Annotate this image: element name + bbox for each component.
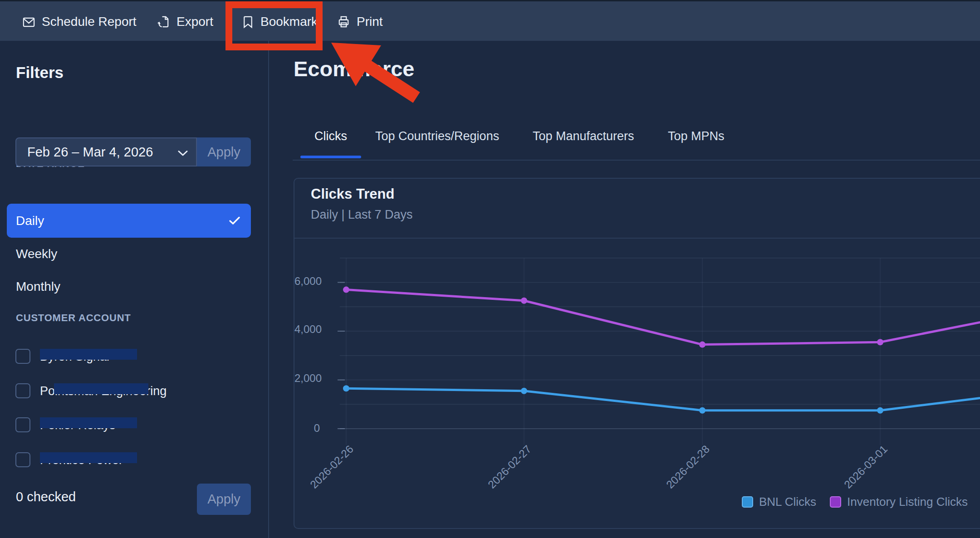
customer-account-name: Prentice Power — [40, 452, 123, 468]
customer-account-row[interactable]: Pekler Relays — [15, 417, 116, 433]
tab-top-mpns[interactable]: Top MPNs — [668, 129, 725, 143]
highlight-box — [225, 1, 323, 50]
redaction-bar — [40, 417, 137, 428]
granularity-option-label: Monthly — [16, 279, 60, 294]
chevron-down-icon — [178, 145, 188, 160]
legend-item-inventory-listing-clicks[interactable]: Inventory Listing Clicks — [830, 495, 968, 509]
legend-item-bnl-clicks[interactable]: BNL Clicks — [742, 495, 816, 509]
schedule-report-button[interactable]: Schedule Report — [22, 1, 137, 42]
chart-subtitle: Daily | Last 7 Days — [311, 208, 413, 222]
legend-swatch-blue — [742, 496, 753, 508]
chart-title: Clicks Trend — [311, 186, 394, 202]
legend-label: Inventory Listing Clicks — [847, 495, 968, 509]
y-axis-tick-label: 6,000 — [294, 275, 320, 288]
sidebar-title: Filters — [16, 64, 64, 82]
toolbar: Schedule Report Export Bookmark Print — [0, 0, 980, 41]
tab-divider — [293, 160, 980, 161]
date-range-value: Feb 26 – Mar 4, 2026 — [27, 145, 153, 160]
customer-account-row[interactable]: Byron Signal — [15, 349, 109, 364]
line-chart — [294, 238, 980, 451]
customer-account-apply-button[interactable]: Apply — [197, 484, 251, 515]
checkbox[interactable] — [15, 383, 30, 398]
checkbox[interactable] — [15, 349, 30, 364]
redaction-bar — [54, 383, 148, 394]
printer-icon — [337, 15, 351, 29]
legend-swatch-purple — [830, 496, 841, 508]
customer-account-row[interactable]: Pointsman Engineering — [15, 383, 167, 399]
granularity-option-weekly[interactable]: Weekly — [7, 238, 251, 270]
checked-count: 0 checked — [16, 489, 76, 504]
check-icon — [229, 214, 240, 228]
active-tab-indicator — [300, 156, 361, 158]
highlight-arrow-icon — [318, 36, 431, 104]
y-axis-tick-label: 2,000 — [294, 372, 320, 385]
print-label: Print — [357, 15, 383, 29]
filters-sidebar: Filters DATE RANGE Feb 26 – Mar 4, 2026 … — [0, 41, 269, 538]
tab-clicks[interactable]: Clicks — [314, 129, 347, 143]
export-icon — [157, 15, 171, 29]
clicks-trend-card: Clicks Trend Daily | Last 7 Days 6,000 4… — [294, 178, 980, 529]
customer-account-name: Pointsman Engineering — [40, 383, 167, 399]
customer-account-label: CUSTOMER ACCOUNT — [16, 312, 131, 324]
date-range-control: Feb 26 – Mar 4, 2026 Apply — [15, 137, 251, 166]
export-button[interactable]: Export — [157, 1, 213, 42]
redaction-bar — [40, 349, 137, 360]
envelope-icon — [22, 15, 36, 29]
tab-top-countries-regions[interactable]: Top Countries/Regions — [375, 129, 499, 143]
export-label: Export — [176, 15, 213, 29]
customer-account-name: Pekler Relays — [40, 417, 116, 433]
granularity-option-monthly[interactable]: Monthly — [7, 270, 251, 303]
chart-legend: BNL Clicks Inventory Listing Clicks — [742, 495, 968, 509]
legend-label: BNL Clicks — [759, 495, 816, 509]
customer-account-row[interactable]: Prentice Power — [15, 452, 123, 468]
granularity-option-daily[interactable]: Daily — [7, 204, 251, 238]
customer-account-name: Byron Signal — [40, 349, 109, 364]
tab-top-manufacturers[interactable]: Top Manufacturers — [533, 129, 634, 143]
checkbox[interactable] — [15, 417, 30, 432]
granularity-option-label: Weekly — [16, 247, 57, 261]
date-range-select[interactable]: Feb 26 – Mar 4, 2026 — [15, 137, 197, 166]
checkbox[interactable] — [15, 452, 30, 467]
granularity-option-label: Daily — [16, 214, 44, 228]
redaction-bar — [40, 452, 137, 463]
date-range-apply-button[interactable]: Apply — [197, 137, 251, 166]
y-axis-tick-label: 4,000 — [294, 323, 320, 336]
y-axis-tick-label: 0 — [294, 422, 320, 435]
dashboard-screen: Schedule Report Export Bookmark Print Fi… — [0, 0, 980, 538]
schedule-report-label: Schedule Report — [42, 15, 137, 29]
